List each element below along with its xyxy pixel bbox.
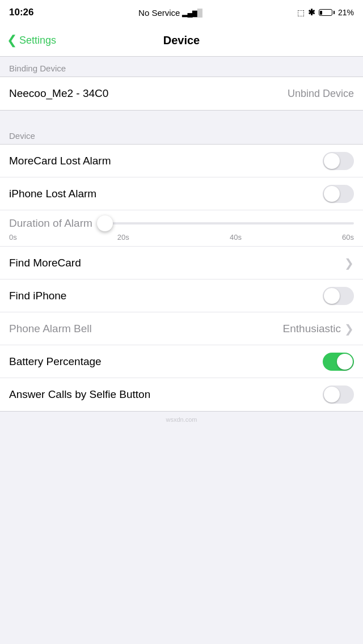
answer-calls-row: Answer Calls by Selfie Button <box>0 378 363 411</box>
find-iphone-toggle[interactable] <box>323 287 354 305</box>
device-name: Neecoo_Me2 - 34C0 <box>9 87 108 100</box>
answer-calls-toggle[interactable] <box>323 385 354 404</box>
morecard-lost-alarm-row: MoreCard Lost Alarm <box>0 145 363 177</box>
iphone-lost-alarm-row: iPhone Lost Alarm <box>0 177 363 210</box>
alarm-duration-slider[interactable] <box>99 222 354 224</box>
battery-percentage-row: Battery Percentage <box>0 345 363 378</box>
nav-bar: ❮ Settings Device <box>0 25 363 57</box>
phone-alarm-bell-right: Enthusiastic ❯ <box>283 322 354 336</box>
spacer-1 <box>0 111 363 124</box>
status-signal: No Service ▂▄▆█ <box>138 8 202 18</box>
phone-alarm-bell-label: Phone Alarm Bell <box>9 323 92 335</box>
status-right: ⬚ ✱ 21% <box>297 7 354 18</box>
tick-60s: 60s <box>342 233 354 242</box>
toggle-thumb <box>324 288 340 304</box>
signal-text: No Service <box>138 8 180 18</box>
page-title: Device <box>163 34 200 47</box>
screen-mirror-icon: ⬚ <box>297 8 305 17</box>
device-settings-list: MoreCard Lost Alarm iPhone Lost Alarm Du… <box>0 144 363 412</box>
tick-40s: 40s <box>230 233 242 242</box>
back-button[interactable]: ❮ Settings <box>7 35 56 46</box>
morecard-lost-alarm-label: MoreCard Lost Alarm <box>9 155 111 167</box>
duration-alarm-label: Duration of Alarm <box>9 217 92 230</box>
find-morecard-label: Find MoreCard <box>9 257 81 269</box>
find-morecard-chevron-icon: ❯ <box>344 256 354 270</box>
unbind-button[interactable]: Unbind Device <box>288 88 354 100</box>
binding-device-list: Neecoo_Me2 - 34C0 Unbind Device <box>0 77 363 111</box>
find-iphone-row: Find iPhone <box>0 279 363 312</box>
device-section-header: Device <box>0 124 363 144</box>
back-chevron-icon: ❮ <box>7 34 17 46</box>
bluetooth-icon: ✱ <box>308 7 315 18</box>
battery-percent: 21% <box>338 8 354 17</box>
duration-alarm-row: Duration of Alarm 0s 20s 40s 60s <box>0 210 363 247</box>
tick-20s: 20s <box>117 233 129 242</box>
battery-indicator <box>319 9 335 16</box>
back-label: Settings <box>19 35 56 46</box>
binding-section-header: Binding Device <box>0 57 363 77</box>
answer-calls-label: Answer Calls by Selfie Button <box>9 388 150 401</box>
find-morecard-row[interactable]: Find MoreCard ❯ <box>0 247 363 279</box>
battery-percentage-label: Battery Percentage <box>9 355 102 368</box>
tick-0s: 0s <box>9 233 17 242</box>
signal-bars: ▂▄▆█ <box>182 9 201 17</box>
slider-thumb[interactable] <box>97 215 113 231</box>
toggle-thumb <box>324 186 340 202</box>
phone-alarm-bell-chevron-icon: ❯ <box>344 322 354 336</box>
find-iphone-label: Find iPhone <box>9 290 66 302</box>
status-time: 10:26 <box>9 7 43 18</box>
battery-percentage-toggle[interactable] <box>323 353 354 371</box>
iphone-lost-alarm-toggle[interactable] <box>323 185 354 203</box>
phone-alarm-bell-value: Enthusiastic <box>283 323 341 335</box>
phone-alarm-bell-row[interactable]: Phone Alarm Bell Enthusiastic ❯ <box>0 312 363 345</box>
toggle-thumb <box>324 153 340 169</box>
morecard-lost-alarm-toggle[interactable] <box>323 152 354 170</box>
toggle-thumb <box>324 387 340 402</box>
iphone-lost-alarm-label: iPhone Lost Alarm <box>9 188 96 200</box>
binding-device-row: Neecoo_Me2 - 34C0 Unbind Device <box>0 77 363 110</box>
toggle-thumb <box>337 354 353 370</box>
watermark: wsxdn.com <box>0 412 363 427</box>
status-bar: 10:26 No Service ▂▄▆█ ⬚ ✱ 21% <box>0 0 363 25</box>
slider-ticks: 0s 20s 40s 60s <box>0 232 363 246</box>
duration-alarm-label-row: Duration of Alarm <box>0 210 363 232</box>
